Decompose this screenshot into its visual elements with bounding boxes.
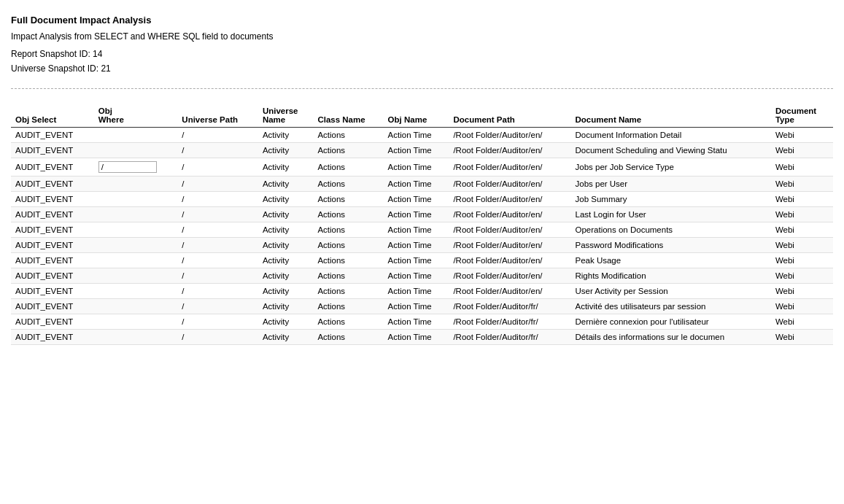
cell-universe-path: / (177, 253, 258, 268)
col-header-obj-select: Obj Select (11, 104, 94, 128)
table-row: AUDIT_EVENT/ActivityActionsAction Time/R… (11, 284, 833, 299)
cell-obj-name: Action Time (384, 128, 449, 143)
col-header-class-name: Class Name (313, 104, 383, 128)
cell-class-name: Actions (313, 238, 383, 253)
cell-obj-name: Action Time (384, 238, 449, 253)
cell-document-type: Webi (771, 299, 833, 314)
cell-document-type: Webi (771, 192, 833, 207)
cell-universe-path: / (177, 268, 258, 284)
cell-document-name: Détails des informations sur le documen (571, 330, 771, 345)
col-header-document-name: Document Name (571, 104, 771, 128)
cell-document-name: Rights Modification (571, 268, 771, 284)
cell-universe-path: / (177, 143, 258, 158)
cell-obj-select: AUDIT_EVENT (11, 207, 94, 222)
table-row: AUDIT_EVENT/ActivityActionsAction Time/R… (11, 238, 833, 253)
table-row: AUDIT_EVENT/ActivityActionsAction Time/R… (11, 268, 833, 284)
cell-class-name: Actions (313, 330, 383, 345)
report-header: Full Document Impact Analysis Impact Ana… (11, 15, 833, 74)
cell-obj-select: AUDIT_EVENT (11, 128, 94, 143)
col-header-document-path: Document Path (449, 104, 570, 128)
cell-class-name: Actions (313, 158, 383, 177)
cell-document-path: /Root Folder/Auditor/en/ (449, 143, 570, 158)
cell-obj-name: Action Time (384, 222, 449, 238)
cell-document-type: Webi (771, 284, 833, 299)
cell-obj-where: / (94, 158, 178, 177)
cell-obj-where (94, 192, 178, 207)
cell-obj-select: AUDIT_EVENT (11, 158, 94, 177)
cell-obj-name: Action Time (384, 299, 449, 314)
cell-document-name: Jobs per Job Service Type (571, 158, 771, 177)
cell-document-path: /Root Folder/Auditor/fr/ (449, 299, 570, 314)
col-header-obj-where: ObjWhere (94, 104, 178, 128)
cell-document-type: Webi (771, 143, 833, 158)
cell-obj-select: AUDIT_EVENT (11, 299, 94, 314)
cell-class-name: Actions (313, 192, 383, 207)
cell-obj-where (94, 299, 178, 314)
cell-class-name: Actions (313, 128, 383, 143)
cell-class-name: Actions (313, 143, 383, 158)
cell-obj-select: AUDIT_EVENT (11, 238, 94, 253)
cell-document-name: Dernière connexion pour l'utilisateur (571, 314, 771, 330)
cell-universe-name: Activity (258, 192, 314, 207)
table-row: AUDIT_EVENT/ActivityActionsAction Time/R… (11, 222, 833, 238)
cell-document-name: Document Scheduling and Viewing Statu (571, 143, 771, 158)
cell-obj-where (94, 284, 178, 299)
cell-document-type: Webi (771, 330, 833, 345)
cell-obj-where (94, 143, 178, 158)
table-row: AUDIT_EVENT/ActivityActionsAction Time/R… (11, 207, 833, 222)
cell-document-type: Webi (771, 177, 833, 192)
cell-universe-path: / (177, 158, 258, 177)
cell-universe-name: Activity (258, 222, 314, 238)
col-header-universe-name: UniverseName (258, 104, 314, 128)
report-snapshot-id: Report Snapshot ID: 14 (11, 49, 833, 59)
table-row: AUDIT_EVENT/ActivityActionsAction Time/R… (11, 314, 833, 330)
cell-document-name: Operations on Documents (571, 222, 771, 238)
cell-obj-name: Action Time (384, 158, 449, 177)
table-row: AUDIT_EVENT/ActivityActionsAction Time/R… (11, 299, 833, 314)
cell-obj-select: AUDIT_EVENT (11, 253, 94, 268)
cell-document-path: /Root Folder/Auditor/fr/ (449, 314, 570, 330)
cell-obj-select: AUDIT_EVENT (11, 284, 94, 299)
cell-class-name: Actions (313, 222, 383, 238)
cell-universe-name: Activity (258, 314, 314, 330)
impact-analysis-table: Obj Select ObjWhere Universe Path Univer… (11, 104, 833, 345)
cell-obj-where (94, 238, 178, 253)
cell-document-path: /Root Folder/Auditor/en/ (449, 177, 570, 192)
cell-obj-select: AUDIT_EVENT (11, 177, 94, 192)
table-row: AUDIT_EVENT/ActivityActionsAction Time/R… (11, 253, 833, 268)
cell-universe-name: Activity (258, 253, 314, 268)
cell-document-name: Document Information Detail (571, 128, 771, 143)
cell-obj-select: AUDIT_EVENT (11, 330, 94, 345)
cell-universe-path: / (177, 299, 258, 314)
report-title: Full Document Impact Analysis (11, 15, 833, 26)
cell-obj-select: AUDIT_EVENT (11, 268, 94, 284)
cell-obj-name: Action Time (384, 143, 449, 158)
cell-obj-where (94, 207, 178, 222)
cell-obj-where (94, 222, 178, 238)
cell-universe-path: / (177, 330, 258, 345)
cell-document-path: /Root Folder/Auditor/en/ (449, 268, 570, 284)
cell-universe-name: Activity (258, 177, 314, 192)
cell-document-type: Webi (771, 314, 833, 330)
cell-obj-select: AUDIT_EVENT (11, 192, 94, 207)
cell-universe-name: Activity (258, 284, 314, 299)
cell-universe-name: Activity (258, 128, 314, 143)
cell-universe-path: / (177, 177, 258, 192)
cell-document-path: /Root Folder/Auditor/en/ (449, 238, 570, 253)
cell-document-name: Last Login for User (571, 207, 771, 222)
table-row: AUDIT_EVENT/ActivityActionsAction Time/R… (11, 128, 833, 143)
cell-obj-where (94, 330, 178, 345)
cell-class-name: Actions (313, 207, 383, 222)
cell-universe-name: Activity (258, 238, 314, 253)
cell-document-path: /Root Folder/Auditor/fr/ (449, 330, 570, 345)
cell-document-name: User Activity per Session (571, 284, 771, 299)
cell-obj-name: Action Time (384, 207, 449, 222)
report-description: Impact Analysis from SELECT and WHERE SQ… (11, 31, 833, 42)
table-header-row: Obj Select ObjWhere Universe Path Univer… (11, 104, 833, 128)
cell-document-type: Webi (771, 253, 833, 268)
cell-document-type: Webi (771, 207, 833, 222)
cell-class-name: Actions (313, 253, 383, 268)
cell-document-name: Job Summary (571, 192, 771, 207)
cell-universe-name: Activity (258, 268, 314, 284)
cell-document-name: Activité des utilisateurs par session (571, 299, 771, 314)
